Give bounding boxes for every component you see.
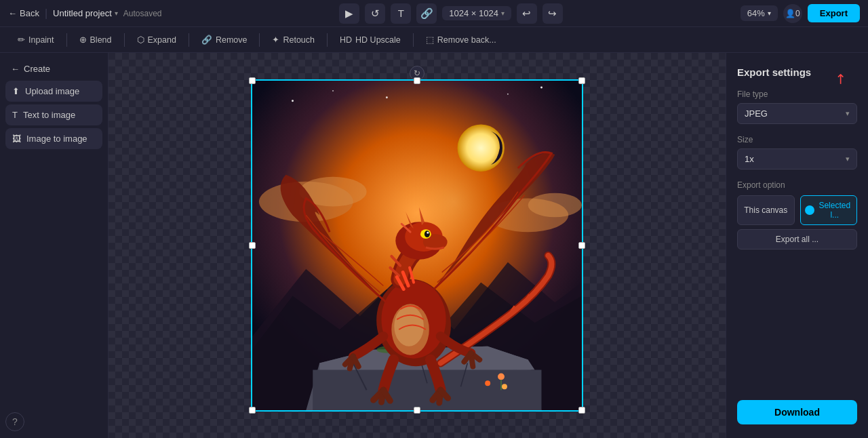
export-option-label: Export option [737, 180, 857, 190]
autosaved-status: Autosaved [123, 9, 162, 18]
text-icon: T [12, 110, 18, 120]
toolbar-separator [259, 33, 260, 47]
svg-point-34 [425, 231, 430, 237]
sidebar-item-image-to-image[interactable]: 🖼 Image to image [5, 128, 102, 149]
export-button[interactable]: Export [808, 4, 860, 22]
handle-bottom-middle[interactable] [414, 407, 420, 414]
back-icon: ← [8, 8, 17, 18]
file-type-select[interactable]: JPEG ▾ [737, 103, 857, 124]
create-back-icon: ← [11, 64, 20, 74]
undo-button[interactable]: ↩ [517, 3, 537, 24]
svg-rect-16 [313, 370, 541, 410]
handle-bottom-left[interactable] [249, 407, 256, 414]
download-button[interactable]: Download [737, 400, 857, 424]
redo-button[interactable]: ↪ [542, 3, 563, 24]
upload-icon: ⬆ [12, 86, 20, 96]
this-canvas-button[interactable]: This canvas [737, 195, 795, 225]
topbar-center: ▶ ↺ T 🔗 1024 × 1024 ▾ ↩ ↪ [167, 3, 735, 24]
back-label: Back [20, 8, 39, 18]
toolbar-separator [189, 33, 189, 47]
refresh-icon: ↻ [414, 68, 420, 78]
topbar-left: ← Back | Untitled project ▾ Autosaved [8, 7, 162, 20]
topbar-right: 64% ▾ 👤 0 Export [741, 4, 860, 23]
create-label: Create [24, 64, 50, 74]
remove-back-label: Remove back... [437, 35, 496, 45]
export-option-group: Export option This canvas Selected l... … [737, 180, 857, 250]
toolbar-inpaint[interactable]: ✏ Inpaint [11, 32, 61, 47]
retouch-label: Retouch [283, 35, 315, 45]
chevron-down-icon: ▾ [501, 9, 505, 17]
svg-point-2 [332, 90, 334, 92]
link-button[interactable]: 🔗 [416, 3, 437, 24]
remove-label: Remove [216, 35, 248, 45]
text-tool-button[interactable]: T [391, 3, 411, 24]
blend-icon: ⊕ [79, 35, 87, 45]
svg-point-3 [386, 96, 388, 98]
canvas-size-selector[interactable]: 1024 × 1024 ▾ [442, 6, 511, 20]
image-icon: 🖼 [12, 134, 21, 144]
zoom-selector[interactable]: 64% ▾ [741, 5, 778, 21]
file-type-label: File type [737, 89, 857, 99]
canvas-image [252, 81, 582, 410]
blend-label: Blend [90, 35, 112, 45]
svg-point-23 [502, 384, 507, 389]
user-badge: 👤 0 [783, 4, 802, 23]
handle-top-right[interactable] [578, 77, 585, 84]
hd-upscale-icon: HD [340, 35, 352, 45]
remove-icon: 🔗 [201, 35, 212, 45]
toolbar-hd-upscale[interactable]: HD HD Upscale [333, 33, 408, 47]
user-count: 0 [795, 9, 800, 18]
project-name-text: Untitled project [53, 8, 112, 18]
handle-middle-left[interactable] [249, 242, 256, 249]
toolbar-separator [124, 33, 125, 47]
handle-bottom-right[interactable] [578, 407, 585, 414]
export-arrow-indicator: ↗ [831, 69, 850, 89]
sidebar-item-upload-image[interactable]: ⬆ Upload image [5, 81, 102, 102]
hd-upscale-label: HD Upscale [355, 35, 401, 45]
create-header[interactable]: ← Create [5, 60, 102, 78]
upload-image-label: Upload image [25, 86, 79, 96]
text-to-image-label: Text to image [23, 110, 75, 120]
svg-point-35 [427, 232, 429, 234]
chevron-down-icon: ▾ [115, 9, 118, 17]
project-name[interactable]: Untitled project ▾ [53, 8, 118, 18]
svg-point-7 [458, 124, 505, 171]
back-button[interactable]: ← Back [8, 8, 39, 18]
selected-layer-button[interactable]: Selected l... [800, 195, 858, 225]
toolbar-remove[interactable]: 🔗 Remove [195, 32, 254, 47]
help-button[interactable]: ? [5, 412, 24, 431]
play-button[interactable]: ▶ [339, 3, 359, 24]
canvas-size-text: 1024 × 1024 [449, 8, 498, 18]
toolbar-expand[interactable]: ⬡ Expand [130, 32, 183, 47]
image-to-image-label: Image to image [26, 134, 87, 144]
zoom-value: 64% [747, 8, 765, 18]
canvas-area[interactable]: ↻ [108, 53, 726, 438]
size-select[interactable]: 1x ▾ [737, 148, 857, 170]
size-group: Size 1x ▾ [737, 135, 857, 170]
export-options-row: This canvas Selected l... [737, 195, 857, 225]
main-layout: ← Create ⬆ Upload image T Text to image … [0, 53, 868, 438]
retouch-icon: ✦ [272, 35, 279, 45]
handle-top-middle[interactable] [414, 77, 420, 84]
file-type-value: JPEG [745, 108, 768, 119]
toolbar-blend[interactable]: ⊕ Blend [73, 32, 119, 47]
handle-top-left[interactable] [249, 77, 256, 84]
svg-point-22 [498, 373, 505, 380]
size-value: 1x [745, 154, 754, 164]
svg-point-1 [292, 100, 294, 102]
export-all-button[interactable]: Export all ... [737, 229, 857, 250]
toolbar-retouch[interactable]: ✦ Retouch [265, 32, 321, 47]
remove-back-icon: ⬚ [426, 35, 434, 45]
refresh-button[interactable]: ↺ [365, 3, 385, 24]
sidebar: ← Create ⬆ Upload image T Text to image … [0, 53, 108, 438]
svg-point-11 [528, 193, 582, 218]
sidebar-item-text-to-image[interactable]: T Text to image [5, 104, 102, 125]
topbar: ← Back | Untitled project ▾ Autosaved ▶ … [0, 0, 868, 27]
handle-middle-right[interactable] [578, 242, 585, 249]
toolbar-remove-back[interactable]: ⬚ Remove back... [419, 32, 503, 47]
size-label: Size [737, 135, 857, 144]
toolbar-separator [327, 33, 328, 47]
chevron-down-icon: ▾ [846, 155, 850, 163]
export-panel: Export settings ↗ File type JPEG ▾ Size … [726, 53, 868, 438]
canvas-frame[interactable]: ↻ [251, 79, 583, 412]
